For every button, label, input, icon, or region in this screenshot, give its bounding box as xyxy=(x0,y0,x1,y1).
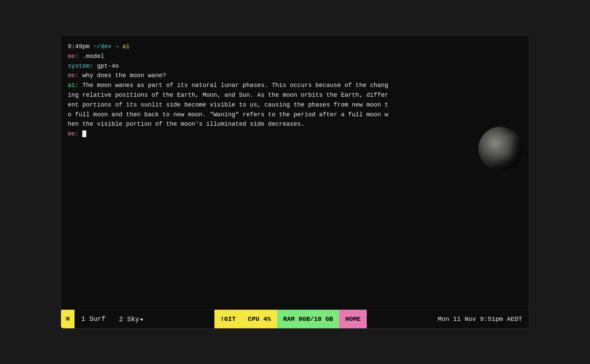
terminal-body[interactable]: 9:49pm ~/dev → ai me: .model system: gpt… xyxy=(61,36,529,309)
system-line: system: gpt-4o xyxy=(68,61,522,71)
statusbar-center: !GIT CPU 4% RAM 9GB/18 GB HOME xyxy=(150,310,431,328)
ai-response-line-1: ai: The moon wanes as part of its natura… xyxy=(68,81,522,90)
system-text: gpt-4o xyxy=(97,63,119,69)
command-line-1: me: .model xyxy=(68,52,522,61)
me-prefix-1: me: xyxy=(68,53,79,60)
command-text-2: why does the moon wane? xyxy=(82,72,166,79)
statusbar-git-badge: !GIT xyxy=(214,310,242,328)
ai-text-3: ent portions of its sunlit side become v… xyxy=(68,101,388,108)
ai-response-line-5: hen the visible portion of the moon's il… xyxy=(68,119,522,129)
statusbar-prefix-icon: ⌘ xyxy=(61,310,75,328)
ai-response-line-2: ing relative positions of the Earth, Moo… xyxy=(68,90,522,100)
statusbar-datetime: Mon 11 Nov 9:51pm AEDT xyxy=(431,310,529,328)
cpu-value: 4% xyxy=(263,315,271,323)
terminal-cursor xyxy=(82,130,86,137)
statusbar-tab2[interactable]: 2 Sky◂ xyxy=(112,310,150,328)
prompt-header-line: 9:49pm ~/dev → ai xyxy=(68,42,522,52)
ai-text-2: ing relative positions of the Earth, Moo… xyxy=(68,92,388,98)
path-display: ~/dev xyxy=(93,43,112,50)
statusbar: ⌘ 1 Surf 2 Sky◂ !GIT CPU 4% RAM 9GB/18 G… xyxy=(61,309,529,328)
command-text-1: .model xyxy=(82,53,104,60)
system-prefix: system: xyxy=(68,63,93,69)
ai-text-1: The moon wanes as part of its natural lu… xyxy=(82,82,388,89)
statusbar-cpu-badge: CPU 4% xyxy=(242,310,277,328)
me-prefix-2: me: xyxy=(68,72,79,79)
statusbar-tab1[interactable]: 1 Surf xyxy=(75,310,112,328)
cpu-label: CPU xyxy=(248,315,259,323)
ai-text-5: hen the visible portion of the moon's il… xyxy=(68,121,304,127)
terminal-window: 9:49pm ~/dev → ai me: .model system: gpt… xyxy=(61,35,529,329)
ai-response-line-3: ent portions of its sunlit side become v… xyxy=(68,100,522,110)
statusbar-left: ⌘ 1 Surf 2 Sky◂ xyxy=(61,310,150,328)
ai-text-4: o full moon and then back to new moon. "… xyxy=(68,111,388,118)
dir-display: ai xyxy=(122,43,130,50)
ai-response-line-4: o full moon and then back to new moon. "… xyxy=(68,110,522,120)
time-display: 9:49pm xyxy=(68,43,90,50)
moon-decoration xyxy=(478,127,522,171)
arrow-display: → xyxy=(115,43,122,50)
statusbar-home-badge: HOME xyxy=(339,310,367,328)
me-prefix-input: me: xyxy=(68,130,79,137)
input-line[interactable]: me: xyxy=(68,129,522,139)
command-line-2: me: why does the moon wane? xyxy=(68,71,522,81)
ai-prefix: ai: xyxy=(68,82,79,89)
statusbar-ram-badge: RAM 9GB/18 GB xyxy=(277,310,339,328)
